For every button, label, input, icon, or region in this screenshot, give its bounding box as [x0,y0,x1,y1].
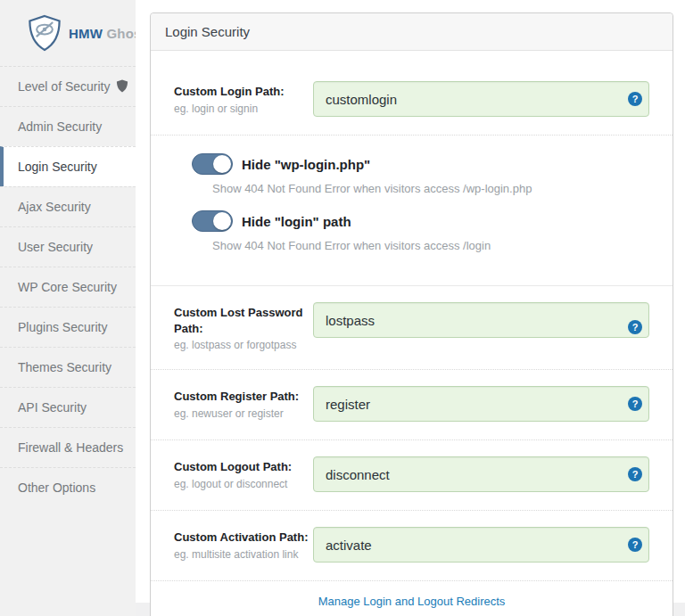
field-label-group: Custom Activation Path: eg. multisite ac… [174,527,313,563]
toggle-label: Hide "login" path [242,214,351,229]
custom-register-path-row: Custom Register Path: eg. newuser or reg… [174,370,649,439]
sidebar-item-api-security[interactable]: API Security [0,387,136,427]
field-input-wrap: ? [313,302,649,351]
custom-register-path-input[interactable] [313,386,649,422]
field-label-group: Custom Lost Password Path: eg. lostpass … [174,302,313,351]
field-hint: eg. newuser or register [174,407,313,420]
main-content: Login Security Custom Login Path: eg. lo… [136,0,685,616]
sidebar-item-label: WP Core Security [18,280,117,294]
field-label: Custom Login Path: [174,84,313,100]
field-label-group: Custom Login Path: eg. login or signin [174,81,313,117]
custom-lost-password-path-input[interactable] [313,302,649,338]
manage-redirects-link[interactable]: Manage Login and Logout Redirects [318,595,506,608]
toggle-description: Show 404 Not Found Error when visitors a… [212,239,649,252]
brand-name-bold: HMW [69,26,103,41]
toggle-knob [213,212,231,230]
help-icon[interactable]: ? [628,467,642,481]
sidebar-item-wp-core-security[interactable]: WP Core Security [0,267,136,307]
sidebar-item-firewall-headers[interactable]: Firewall & Headers [0,427,136,467]
field-input-wrap: ? [313,456,649,492]
toggle-section: Hide "wp-login.php" Show 404 Not Found E… [174,136,649,271]
sidebar-item-label: Ajax Security [18,200,91,214]
field-hint: eg. logout or disconnect [174,478,313,490]
sidebar-item-label: Admin Security [18,119,102,134]
footer-link-row: Manage Login and Logout Redirects [174,581,649,616]
sidebar-item-plugins-security[interactable]: Plugins Security [0,307,136,347]
help-icon[interactable]: ? [628,92,642,106]
panel-title: Login Security [151,13,673,51]
sidebar-item-ajax-security[interactable]: Ajax Security [0,186,136,226]
custom-logout-path-row: Custom Logout Path: eg. logout or discon… [174,440,649,510]
sidebar-item-user-security[interactable]: User Security [0,226,136,267]
hide-login-path-item: Hide "login" path Show 404 Not Found Err… [192,210,649,252]
sidebar: HMW Ghost Level of Security Admin Securi… [0,0,136,616]
brand-name: HMW Ghost [69,26,146,41]
sidebar-item-label: Themes Security [18,360,111,374]
field-input-wrap: ? [313,81,649,117]
toggle-knob [213,155,231,173]
custom-login-path-row: Custom Login Path: eg. login or signin ? [174,67,649,135]
sidebar-item-label: Other Options [18,480,95,495]
custom-activation-path-row: Custom Activation Path: eg. multisite ac… [174,511,649,580]
field-label: Custom Logout Path: [174,459,313,475]
sidebar-item-label: API Security [18,400,87,415]
security-level-shield-icon [116,79,128,93]
sidebar-nav: Level of Security Admin Security Login S… [0,66,136,507]
toggle-description: Show 404 Not Found Error when visitors a… [212,182,649,195]
field-label-group: Custom Register Path: eg. newuser or reg… [174,386,313,422]
sidebar-item-themes-security[interactable]: Themes Security [0,347,136,387]
panel-body: Custom Login Path: eg. login or signin ? [151,51,673,616]
help-icon[interactable]: ? [628,397,642,411]
field-input-wrap: ? [313,386,649,422]
field-hint: eg. multisite activation link [174,548,313,561]
field-label-group: Custom Logout Path: eg. logout or discon… [174,456,313,492]
toggle-label: Hide "wp-login.php" [242,157,370,172]
sidebar-item-label: Level of Security [18,79,111,94]
sidebar-item-label: Plugins Security [18,320,107,334]
sidebar-item-label: User Security [18,240,93,254]
hide-wp-login-toggle[interactable] [192,153,233,175]
login-security-panel: Login Security Custom Login Path: eg. lo… [150,12,673,616]
custom-login-path-input[interactable] [313,81,649,117]
brand-shield-eye-off-icon [28,14,62,52]
field-hint: eg. login or signin [174,103,313,115]
hide-login-path-toggle[interactable] [192,210,233,232]
field-label: Custom Register Path: [174,389,313,405]
sidebar-item-other-options[interactable]: Other Options [0,467,136,507]
field-input-wrap: ? [313,527,649,563]
sidebar-item-label: Login Security [18,160,97,174]
custom-activation-path-input[interactable] [313,527,649,563]
sidebar-item-login-security[interactable]: Login Security [0,146,136,186]
field-hint: eg. lostpass or forgotpass [174,339,313,351]
sidebar-item-admin-security[interactable]: Admin Security [0,106,136,146]
field-label: Custom Activation Path: [174,530,313,546]
hide-wp-login-item: Hide "wp-login.php" Show 404 Not Found E… [192,153,649,195]
sidebar-item-level-of-security[interactable]: Level of Security [0,66,136,106]
brand: HMW Ghost [0,0,136,66]
custom-logout-path-input[interactable] [313,456,649,492]
field-label: Custom Lost Password Path: [174,305,313,336]
sidebar-item-label: Firewall & Headers [18,440,123,455]
custom-lost-password-path-row: Custom Lost Password Path: eg. lostpass … [174,286,649,369]
help-icon[interactable]: ? [628,538,642,552]
help-icon[interactable]: ? [628,320,642,334]
